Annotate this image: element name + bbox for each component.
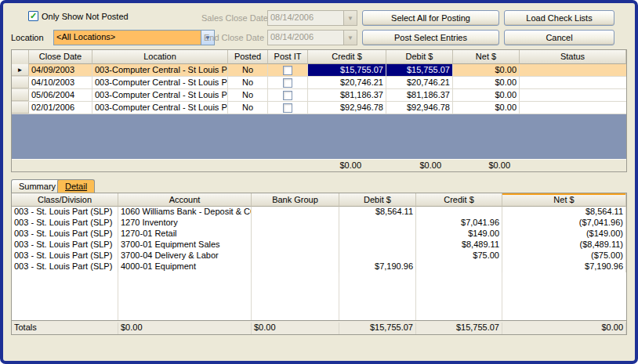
cell-net: $0.00	[453, 89, 520, 101]
col-header-credit[interactable]: Credit $	[308, 50, 386, 64]
cell-bank-group	[252, 240, 339, 250]
cell-status	[520, 77, 626, 88]
cell-bank-group	[252, 218, 339, 229]
cell-class-division: 003 - St. Louis Part (SLP)	[12, 218, 118, 229]
cell-debit: $20,746.21	[386, 77, 453, 88]
detail-row[interactable]: 003 - St. Louis Part (SLP) 1060 Williams…	[12, 207, 626, 218]
cell-class-division: 003 - St. Louis Part (SLP)	[12, 240, 118, 250]
detail-grid-totals-row: Totals $0.00 $0.00 $15,755.07 $15,755.07…	[12, 320, 626, 334]
check-icon: ✓	[30, 12, 37, 20]
end-close-date-label: End Close Date	[201, 33, 264, 42]
location-combo[interactable]: <All Locations> ▼	[53, 30, 215, 45]
detail-row[interactable]: 003 - St. Louis Part (SLP) 4000-01 Equip…	[12, 261, 626, 272]
cell-account: 3700-04 Delivery & Labor	[118, 250, 252, 261]
col-header-class-division[interactable]: Class/Division	[12, 193, 118, 207]
row-selector[interactable]: ►	[12, 64, 29, 76]
cell-bank-group	[252, 261, 339, 272]
load-check-lists-button[interactable]: Load Check Lists	[504, 10, 614, 26]
sales-close-date-value: 08/14/2006	[268, 11, 343, 25]
total-credit: $15,755.07	[416, 323, 502, 334]
col-header-bank-group[interactable]: Bank Group	[252, 193, 339, 207]
cell-credit: $20,746.21	[308, 77, 386, 88]
cell-post-it	[268, 89, 308, 101]
cell-account: 1270 Inventory	[118, 218, 252, 229]
total-debit: $0.00	[386, 160, 453, 171]
location-combo-value: <All Locations>	[54, 31, 201, 45]
col-header-posted[interactable]: Posted	[228, 50, 268, 64]
cell-credit: $81,186.37	[308, 89, 386, 101]
cell-post-it	[268, 77, 308, 88]
end-close-date-combo: 08/14/2006 ▼	[267, 30, 357, 45]
total-bank-group: $0.00	[252, 323, 339, 334]
tab-summary[interactable]: Summary	[11, 179, 63, 193]
sales-grid-row[interactable]: ► 02/01/2006 003-Computer Central - St L…	[12, 102, 626, 114]
cell-debit: $8,564.11	[339, 207, 416, 218]
cell-status	[520, 89, 626, 101]
col-header-post-it[interactable]: Post IT	[268, 50, 308, 64]
cell-location: 003-Computer Central - St Louis Pa	[92, 89, 228, 101]
cell-debit	[339, 218, 416, 229]
cell-credit: $149.00	[416, 229, 502, 240]
col-header-account[interactable]: Account	[118, 193, 252, 207]
cell-credit: $75.00	[416, 250, 502, 261]
col-header-net[interactable]: Net $	[502, 193, 626, 207]
row-selector[interactable]: ►	[12, 102, 29, 114]
cell-credit	[416, 261, 502, 272]
sales-grid-row[interactable]: ► 04/09/2003 003-Computer Central - St L…	[12, 64, 626, 77]
sales-close-date-label: Sales Close Date	[201, 13, 264, 23]
cell-credit: $92,946.78	[308, 102, 386, 114]
cell-status	[520, 102, 626, 114]
sales-grid-row[interactable]: ► 04/10/2003 003-Computer Central - St L…	[12, 77, 626, 89]
cell-class-division: 003 - St. Louis Part (SLP)	[12, 207, 118, 218]
col-header-location[interactable]: Location	[92, 50, 228, 64]
detail-grid: Class/Division Account Bank Group Debit …	[11, 193, 627, 335]
cancel-button[interactable]: Cancel	[504, 30, 614, 45]
detail-row[interactable]: 003 - St. Louis Part (SLP) 1270-01 Retai…	[12, 229, 626, 240]
col-header-debit[interactable]: Debit $	[386, 50, 453, 64]
post-it-checkbox[interactable]	[283, 91, 292, 100]
post-it-checkbox[interactable]	[283, 78, 292, 88]
cell-close-date: 04/09/2003	[29, 64, 92, 76]
cell-net: ($7,041.96)	[502, 218, 626, 229]
total-net: $0.00	[502, 323, 626, 334]
cell-status	[520, 64, 626, 76]
cell-bank-group	[252, 250, 339, 261]
cell-account: 1060 Williams Bank - Deposit & CC	[118, 207, 252, 218]
col-header-net[interactable]: Net $	[453, 50, 520, 64]
grid-empty-area	[12, 114, 626, 159]
end-close-date-arrow-icon: ▼	[343, 31, 357, 45]
cell-net: $0.00	[453, 102, 520, 114]
detail-row[interactable]: 003 - St. Louis Part (SLP) 3700-01 Equip…	[12, 240, 626, 250]
tab-detail[interactable]: Detail	[57, 179, 95, 193]
col-header-credit[interactable]: Credit $	[416, 193, 502, 207]
cell-debit: $7,190.96	[339, 261, 416, 272]
cell-class-division: 003 - St. Louis Part (SLP)	[12, 250, 118, 261]
col-header-debit[interactable]: Debit $	[339, 193, 416, 207]
cell-net: ($8,489.11)	[502, 240, 626, 250]
detail-row[interactable]: 003 - St. Louis Part (SLP) 1270 Inventor…	[12, 218, 626, 229]
cell-bank-group	[252, 229, 339, 240]
post-it-checkbox[interactable]	[283, 103, 292, 113]
col-header-close-date[interactable]: Close Date	[29, 50, 92, 64]
post-select-entries-button[interactable]: Post Select Entries	[362, 30, 499, 45]
only-show-not-posted-checkbox[interactable]: ✓	[28, 11, 38, 21]
cell-credit: $7,041.96	[416, 218, 502, 229]
sales-posting-window: ✓ Only Show Not Posted Location <All Loc…	[0, 0, 638, 364]
post-it-checkbox[interactable]	[283, 66, 292, 75]
detail-grid-header-row: Class/Division Account Bank Group Debit …	[12, 193, 626, 207]
cell-debit: $15,755.07	[386, 64, 453, 76]
cell-class-division: 003 - St. Louis Part (SLP)	[12, 229, 118, 240]
select-all-for-posting-button[interactable]: Select All for Posting	[362, 10, 499, 26]
col-header-status[interactable]: Status	[520, 50, 626, 64]
cell-close-date: 04/10/2003	[29, 77, 92, 88]
end-close-date-value: 08/14/2006	[268, 31, 343, 45]
cell-credit: $15,755.07	[308, 64, 386, 76]
cell-post-it	[268, 102, 308, 114]
cell-account: 1270-01 Retail	[118, 229, 252, 240]
row-selector[interactable]: ►	[12, 77, 29, 88]
detail-row[interactable]: 003 - St. Louis Part (SLP) 3700-04 Deliv…	[12, 250, 626, 261]
cell-location: 003-Computer Central - St Louis Pa	[92, 102, 228, 114]
row-selector[interactable]: ►	[12, 89, 29, 101]
sales-grid-row[interactable]: ► 05/06/2004 003-Computer Central - St L…	[12, 89, 626, 102]
cell-close-date: 05/06/2004	[29, 89, 92, 101]
